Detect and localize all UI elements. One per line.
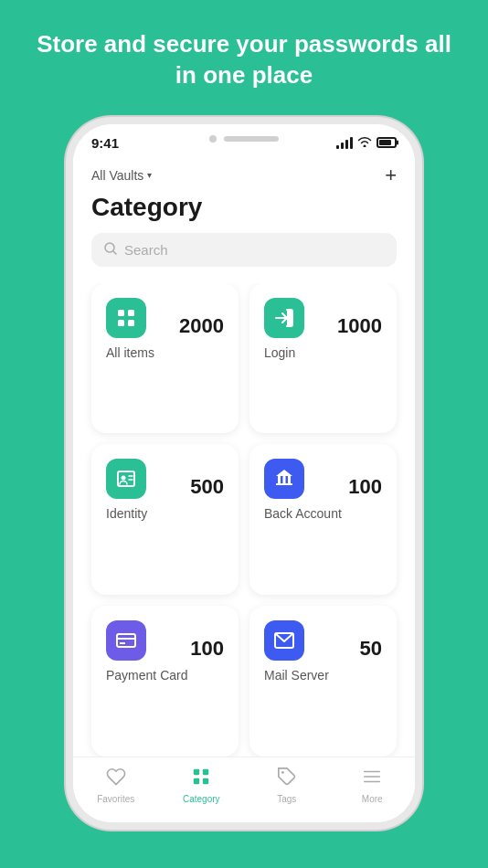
speaker-dot [209,135,217,143]
nav-item-favorites[interactable]: Favorites [73,767,159,804]
volume-button [66,216,68,252]
power-button [420,225,422,280]
grid-icon [191,767,211,791]
login-icon [264,298,304,338]
chevron-down-icon: ▾ [147,170,152,180]
phone-frame: 9:41 [66,117,422,830]
vault-selector[interactable]: All Vaults ▾ + [91,164,397,187]
status-icons [336,136,397,150]
svg-point-8 [122,476,126,481]
nav-label-tags: Tags [277,794,296,804]
search-icon [104,242,117,258]
svg-rect-20 [203,768,208,774]
svg-rect-12 [283,476,286,483]
category-card-all-items[interactable]: 2000 All items [91,283,239,434]
bottom-nav: Favorites Category [73,757,415,822]
svg-rect-4 [118,320,124,326]
status-time: 9:41 [91,135,119,151]
nav-label-favorites: Favorites [97,794,134,804]
add-button[interactable]: + [385,164,397,187]
category-grid: 2000 All items [73,283,415,757]
svg-rect-13 [288,476,291,483]
category-card-mail-server[interactable]: 50 Mail Server [249,606,397,757]
search-bar[interactable]: Search [91,233,397,267]
app-header: All Vaults ▾ + Category Sea [73,156,415,283]
svg-rect-22 [203,778,208,783]
category-card-payment-card[interactable]: 100 Payment Card [91,606,239,757]
all-items-count: 2000 [179,314,224,338]
mail-server-label: Mail Server [264,668,382,683]
svg-point-23 [281,771,284,774]
app-content: All Vaults ▾ + Category Sea [73,156,415,822]
bank-account-icon [264,459,304,499]
mail-server-count: 50 [360,637,382,661]
hero-section: Store and secure your passwords all in o… [0,0,488,110]
all-items-icon [106,298,146,338]
battery-icon [377,137,397,148]
wifi-icon [357,136,372,150]
identity-count: 500 [190,475,224,499]
svg-rect-15 [117,634,135,647]
tag-icon [277,767,297,791]
login-count: 1000 [337,314,382,338]
phone-speaker [209,135,279,143]
svg-rect-14 [276,483,292,485]
mail-server-icon [264,620,304,661]
signal-icon [336,137,353,149]
payment-card-count: 100 [190,637,224,661]
nav-item-more[interactable]: More [330,767,416,804]
phone-mockup: 9:41 [0,110,488,830]
nav-item-category[interactable]: Category [159,767,245,804]
page-title: Category [91,193,397,222]
bank-account-count: 100 [348,475,382,499]
svg-rect-11 [278,476,281,483]
svg-rect-21 [194,778,199,783]
svg-rect-5 [128,320,134,326]
identity-label: Identity [106,506,224,521]
svg-rect-3 [128,310,134,316]
nav-label-more: More [362,794,383,804]
search-placeholder: Search [124,242,168,258]
bank-account-label: Back Account [264,506,382,521]
payment-card-icon [106,620,146,661]
phone-screen: 9:41 [73,124,415,822]
category-card-identity[interactable]: 500 Identity [91,444,239,595]
heart-icon [106,767,126,791]
identity-icon [106,459,146,499]
payment-card-label: Payment Card [106,668,224,683]
category-card-bank-account[interactable]: 100 Back Account [249,444,397,595]
nav-label-category: Category [183,794,220,804]
login-label: Login [264,345,382,360]
svg-rect-19 [194,768,199,774]
nav-item-tags[interactable]: Tags [244,767,330,804]
svg-rect-2 [118,310,124,316]
speaker-bar [224,136,279,142]
vault-label[interactable]: All Vaults ▾ [91,168,152,183]
svg-rect-17 [120,642,125,644]
svg-line-1 [113,251,116,254]
category-card-login[interactable]: 1000 Login [249,283,397,434]
more-icon [362,767,382,791]
vault-name: All Vaults [91,168,143,183]
all-items-label: All items [106,345,224,360]
hero-title: Store and secure your passwords all in o… [37,29,451,91]
